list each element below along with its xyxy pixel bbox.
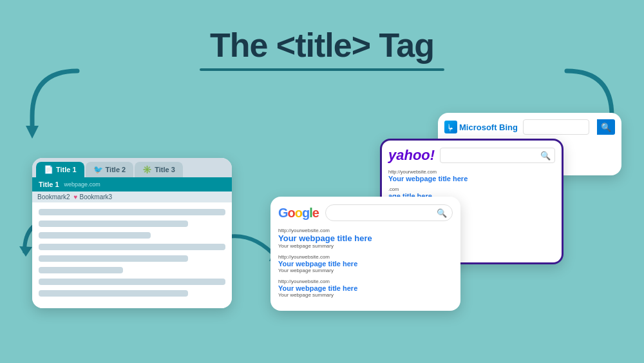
google-search-icon: 🔍 (437, 208, 447, 218)
result1-summary: Your webpage summary (278, 243, 453, 249)
google-search-box[interactable]: 🔍 (325, 204, 453, 221)
bookmark2-label: Bookmark3 (80, 193, 113, 201)
result2-summary: Your webpage summary (278, 268, 453, 273)
yahoo-result1-title: Your webpage title here (388, 175, 555, 182)
yahoo-result-1: http://yourwebsite.com Your webpage titl… (388, 169, 555, 182)
yahoo-result1-url: http://yourwebsite.com (388, 169, 555, 175)
svg-rect-6 (446, 123, 455, 132)
content-line-5 (39, 255, 188, 262)
tab1-label: Title 1 (56, 166, 77, 173)
browser-tab-2[interactable]: 🐦 Title 2 (86, 162, 134, 177)
yahoo-logo: yahoo! (388, 147, 435, 164)
browser-tab-1[interactable]: 📄 Title 1 (36, 162, 84, 177)
yahoo-search-icon: 🔍 (540, 151, 551, 161)
google-result-2: http://yourwebsite.com Your webpage titl… (278, 254, 453, 273)
tab2-icon: 🐦 (93, 165, 103, 174)
browser-tab-3[interactable]: ✳️ Title 3 (135, 162, 183, 177)
bookmark1-label: Bookmark2 (37, 193, 70, 201)
content-line-8 (39, 290, 188, 297)
google-mockup: Google 🔍 http://yourwebsite.com Your web… (270, 197, 460, 311)
result2-title: Your webpage title here (278, 260, 453, 268)
title-underline (200, 68, 444, 71)
tab3-icon: ✳️ (142, 165, 152, 174)
google-result-3: http://yourwebsite.com Your webpage titl… (278, 279, 453, 298)
result1-url: http://yourwebsite.com (278, 228, 453, 233)
google-logo: Google (278, 206, 319, 221)
bing-header: Microsoft Bing 🔍 (444, 119, 615, 135)
bing-search-button[interactable]: 🔍 (597, 119, 615, 135)
bookmark-bar: Bookmark2 ♥ Bookmark3 (32, 191, 232, 202)
content-line-7 (39, 279, 225, 285)
bing-search-box[interactable] (523, 119, 589, 135)
browser-mockup: 📄 Title 1 🐦 Title 2 ✳️ Title 3 Title 1 w… (32, 158, 232, 308)
tab1-icon: 📄 (44, 165, 53, 174)
yahoo-header: yahoo! 🔍 (388, 147, 555, 164)
arrow-top-left (19, 64, 97, 148)
bookmark-2: ♥ Bookmark3 (74, 193, 113, 201)
browser-content (32, 202, 232, 308)
browser-tabs: 📄 Title 1 🐦 Title 2 ✳️ Title 3 (32, 158, 232, 177)
tab2-label: Title 2 (106, 166, 126, 173)
yahoo-search-box[interactable]: 🔍 (440, 148, 555, 163)
bing-logo: Microsoft Bing (444, 121, 518, 133)
bing-search-icon: 🔍 (601, 123, 611, 132)
svg-marker-5 (19, 246, 32, 257)
google-result-1: http://yourwebsite.com Your webpage titl… (278, 228, 453, 249)
content-line-1 (39, 209, 225, 215)
content-line-6 (39, 267, 123, 273)
address-url: webpage.com (64, 181, 100, 188)
bing-logo-icon (444, 121, 457, 133)
result3-summary: Your webpage summary (278, 292, 453, 298)
yahoo-result2-url: .com (388, 186, 555, 192)
bing-logo-text: Microsoft Bing (459, 123, 518, 132)
content-line-4 (39, 244, 225, 250)
content-line-3 (39, 232, 151, 239)
result2-url: http://yourwebsite.com (278, 254, 453, 260)
address-label: Title 1 (39, 181, 59, 188)
bookmark-1: Bookmark2 (37, 193, 70, 201)
svg-marker-0 (26, 126, 39, 139)
title-text: The <title> Tag (0, 26, 644, 64)
result3-title: Your webpage title here (278, 284, 453, 292)
tab3-label: Title 3 (155, 166, 175, 173)
result3-url: http://yourwebsite.com (278, 279, 453, 284)
heart-icon: ♥ (74, 193, 78, 201)
google-header: Google 🔍 (278, 204, 453, 221)
content-line-2 (39, 221, 188, 227)
browser-addressbar: Title 1 webpage.com (32, 177, 232, 191)
result1-title: Your webpage title here (278, 233, 453, 243)
